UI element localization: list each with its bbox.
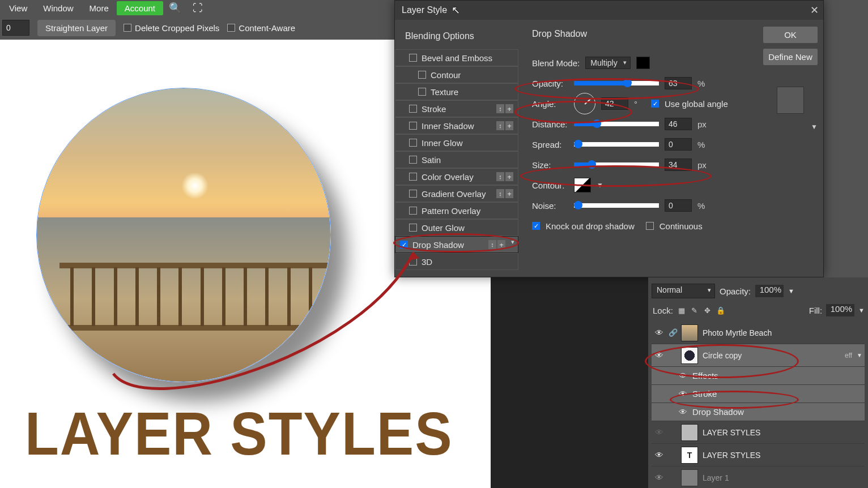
shadow-color-swatch[interactable] [636, 57, 650, 69]
effects-badge[interactable]: eff [845, 352, 852, 359]
delete-cropped-checkbox[interactable]: Delete Cropped Pixels [124, 23, 219, 33]
global-angle-checkbox[interactable]: ✓ [651, 100, 659, 108]
distance-unit: px [697, 119, 709, 129]
layer-name[interactable]: LAYER STYLES [703, 428, 862, 437]
eff-3d[interactable]: 3D [395, 253, 518, 270]
noise-value[interactable]: 0 [665, 199, 692, 212]
visibility-icon[interactable]: 👁 [678, 407, 688, 417]
noise-slider[interactable] [574, 203, 659, 208]
eff-bevel[interactable]: Bevel and Emboss [395, 49, 518, 66]
distance-slider[interactable] [574, 122, 659, 126]
chevron-down-icon[interactable]: ▼ [858, 307, 865, 314]
layer-name: Stroke [692, 389, 862, 399]
eff-inner-glow[interactable]: Inner Glow [395, 134, 518, 151]
angle-label: Angle: [532, 99, 568, 109]
blend-mode-select[interactable]: Multiply [585, 57, 630, 69]
lock-transparency-icon[interactable]: ▦ [677, 306, 686, 315]
style-preview-swatch [777, 87, 804, 114]
fill-label: Fill: [809, 306, 822, 315]
fill-value[interactable]: 100% [826, 304, 854, 316]
menu-view[interactable]: View [1, 1, 35, 15]
circle-shape[interactable] [36, 88, 331, 382]
chevron-down-icon[interactable]: ▼ [811, 123, 818, 131]
eff-drop-shadow[interactable]: ✓Drop Shadow↕+ [395, 236, 518, 253]
angle-dial[interactable] [574, 93, 595, 114]
spread-label: Spread: [532, 140, 568, 149]
eff-stroke[interactable]: Stroke↕+ [395, 100, 518, 117]
visibility-icon[interactable]: 👁 [678, 389, 688, 399]
visibility-icon[interactable]: 👁 [678, 371, 688, 380]
distance-value[interactable]: 46 [665, 118, 692, 130]
lock-brush-icon[interactable]: ✎ [690, 306, 699, 315]
menu-account[interactable]: Account [117, 1, 163, 15]
layer-name[interactable]: Layer 1 [703, 473, 862, 482]
eff-texture[interactable]: Texture [395, 83, 518, 100]
continuous-checkbox[interactable] [646, 222, 654, 230]
link-icon[interactable]: 🔗 [669, 328, 676, 337]
size-unit: px [697, 160, 709, 170]
layer-row[interactable]: 👁 LAYER STYLES [652, 421, 865, 444]
chevron-down-icon[interactable]: ▼ [788, 288, 794, 294]
menu-more[interactable]: More [82, 1, 117, 15]
eff-pattern-overlay[interactable]: Pattern Overlay [395, 202, 518, 219]
layer-name[interactable]: Photo Myrtle Beach [703, 328, 862, 337]
spread-slider[interactable] [574, 142, 659, 147]
layer-effect-row[interactable]: 👁 Drop Shadow [652, 403, 865, 421]
noise-unit: % [697, 201, 709, 211]
lock-all-icon[interactable]: 🔒 [716, 306, 725, 315]
rotation-input[interactable] [2, 20, 29, 36]
visibility-icon[interactable]: 👁 [654, 350, 664, 360]
global-angle-label: Use global angle [665, 99, 728, 109]
straighten-button[interactable]: Straighten Layer [37, 20, 116, 36]
add-icon[interactable]: + [505, 104, 513, 113]
layer-effect-row[interactable]: 👁 Effects [652, 367, 865, 385]
layer-name: Drop Shadow [692, 407, 862, 417]
layer-opacity-label: Opacity: [720, 286, 751, 296]
layer-name[interactable]: Circle copy [703, 351, 840, 360]
content-aware-checkbox[interactable]: Content-Aware [227, 23, 295, 33]
define-new-button[interactable]: Define New [763, 49, 818, 65]
blending-options[interactable]: Blending Options [395, 25, 518, 49]
menu-window[interactable]: Window [35, 1, 81, 15]
knock-row: ✓ Knock out drop shadow Continuous [532, 216, 747, 236]
opacity-value[interactable]: 63 [665, 77, 692, 89]
cursor-icon: ↖ [452, 4, 460, 16]
layer-opacity-value[interactable]: 100% [755, 285, 784, 297]
distance-label: Distance: [532, 119, 568, 129]
fullscreen-icon[interactable]: ⛶ [187, 0, 209, 16]
layer-row[interactable]: 👁 Circle copy eff ▼ [652, 344, 865, 367]
layer-row[interactable]: 👁 T LAYER STYLES [652, 444, 865, 466]
title-text: LAYER STYLES [25, 399, 453, 469]
eff-inner-shadow[interactable]: Inner Shadow↕+ [395, 117, 518, 134]
contour-picker[interactable] [574, 178, 591, 192]
layer-name[interactable]: LAYER STYLES [703, 451, 862, 460]
dialog-titlebar[interactable]: Layer Style ↖ ✕ [395, 1, 823, 20]
effects-column: Blending Options Bevel and Emboss Contou… [395, 20, 518, 277]
layer-thumb [681, 324, 698, 341]
close-icon[interactable]: ✕ [810, 4, 819, 16]
search-icon[interactable]: 🔍 [163, 0, 187, 16]
eff-color-overlay[interactable]: Color Overlay↕+ [395, 168, 518, 185]
layer-blend-mode[interactable]: Normal [652, 284, 715, 298]
eff-contour[interactable]: Contour [395, 66, 518, 83]
chevron-down-icon[interactable]: ▼ [857, 352, 862, 358]
layer-row[interactable]: 👁 Layer 1 [652, 466, 865, 488]
size-value[interactable]: 34 [665, 159, 692, 171]
layer-thumb [681, 424, 698, 441]
ok-button[interactable]: OK [763, 27, 818, 43]
eff-satin[interactable]: Satin [395, 151, 518, 168]
lock-move-icon[interactable]: ✥ [703, 306, 712, 315]
chevron-down-icon[interactable]: ▼ [597, 181, 603, 189]
angle-value[interactable]: 42 [601, 97, 628, 110]
opacity-slider[interactable] [574, 81, 659, 85]
visibility-icon[interactable]: 👁 [654, 328, 664, 337]
eff-outer-glow[interactable]: Outer Glow [395, 219, 518, 236]
railing [59, 263, 330, 348]
reorder-icon[interactable]: ↕ [496, 104, 504, 113]
layer-row[interactable]: 👁 🔗 Photo Myrtle Beach [652, 322, 865, 344]
spread-value[interactable]: 0 [665, 138, 692, 151]
size-slider[interactable] [574, 162, 659, 167]
layer-effect-row[interactable]: 👁 Stroke [652, 385, 865, 403]
eff-gradient-overlay[interactable]: Gradient Overlay↕+ [395, 185, 518, 202]
knockout-checkbox[interactable]: ✓ [532, 222, 540, 230]
